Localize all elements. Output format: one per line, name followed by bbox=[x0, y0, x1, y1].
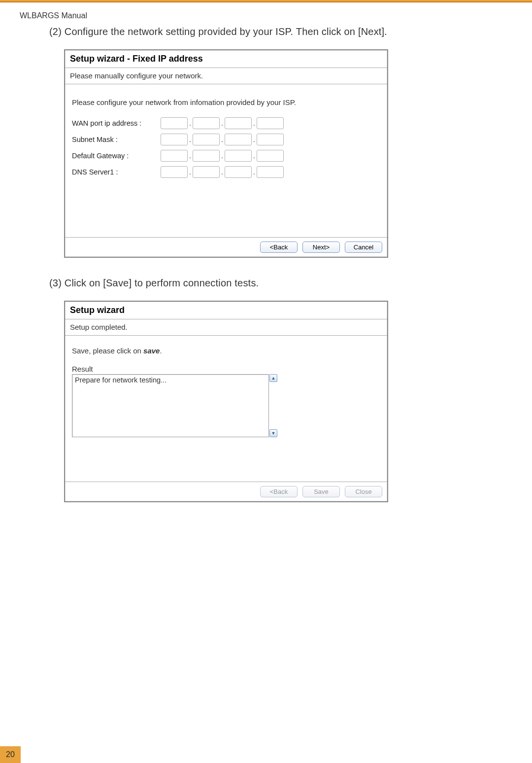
dns1-octet-4[interactable] bbox=[257, 166, 284, 178]
page-number: 20 bbox=[6, 750, 15, 759]
gateway-octet-1[interactable] bbox=[161, 150, 188, 162]
dot-icon: . bbox=[220, 168, 225, 176]
gateway-octet-3[interactable] bbox=[225, 150, 252, 162]
wan-ip-input-group: . . . bbox=[161, 117, 284, 129]
back-button-disabled: <Back bbox=[260, 486, 298, 497]
wan-ip-octet-1[interactable] bbox=[161, 117, 188, 129]
wizard1-title: Setup wizard - Fixed IP address bbox=[65, 50, 387, 68]
wizard-fixed-ip: Setup wizard - Fixed IP address Please m… bbox=[64, 49, 388, 258]
dot-icon: . bbox=[220, 152, 225, 160]
result-area: Prepare for network testing... ▲ ▼ bbox=[72, 374, 279, 437]
save-bold-word: save bbox=[143, 347, 160, 355]
save-prefix: Save, please click on bbox=[72, 347, 143, 355]
result-scrollbar: ▲ ▼ bbox=[269, 374, 278, 437]
wizard1-prompt: Please configure your network from infom… bbox=[72, 98, 380, 106]
step-3-text: (3) Click on [Save] to perform connectio… bbox=[49, 277, 502, 289]
default-gateway-label: Default Gateway : bbox=[72, 152, 161, 160]
wizard1-body: Please configure your network from infom… bbox=[65, 84, 387, 237]
cancel-button[interactable]: Cancel bbox=[345, 242, 382, 253]
wizard1-subtitle: Please manually configure your network. bbox=[65, 68, 387, 84]
dns1-octet-1[interactable] bbox=[161, 166, 188, 178]
dot-icon: . bbox=[188, 152, 193, 160]
wan-ip-octet-3[interactable] bbox=[225, 117, 252, 129]
subnet-octet-4[interactable] bbox=[257, 134, 284, 145]
manual-title: WLBARGS Manual bbox=[20, 11, 87, 20]
page-content: (2) Configure the network setting provid… bbox=[0, 20, 532, 502]
dns1-octet-3[interactable] bbox=[225, 166, 252, 178]
result-text: Prepare for network testing... bbox=[75, 376, 166, 384]
save-instruction: Save, please click on save. bbox=[72, 347, 380, 355]
dot-icon: . bbox=[188, 119, 193, 127]
save-button-disabled: Save bbox=[302, 486, 340, 497]
subnet-octet-1[interactable] bbox=[161, 134, 188, 145]
gateway-octet-4[interactable] bbox=[257, 150, 284, 162]
dot-icon: . bbox=[188, 136, 193, 143]
wan-ip-octet-2[interactable] bbox=[193, 117, 220, 129]
gateway-octet-2[interactable] bbox=[193, 150, 220, 162]
dot-icon: . bbox=[220, 136, 225, 143]
result-label: Result bbox=[72, 365, 380, 373]
step-2-text: (2) Configure the network setting provid… bbox=[49, 26, 502, 37]
dot-icon: . bbox=[252, 168, 257, 176]
scroll-up-icon[interactable]: ▲ bbox=[269, 374, 277, 382]
wizard2-body: Save, please click on save. Result Prepa… bbox=[65, 336, 387, 482]
dot-icon: . bbox=[188, 168, 193, 176]
save-suffix: . bbox=[160, 347, 162, 355]
subnet-mask-row: Subnet Mask : . . . bbox=[72, 134, 380, 145]
wizard2-title: Setup wizard bbox=[65, 302, 387, 319]
wan-ip-octet-4[interactable] bbox=[257, 117, 284, 129]
gateway-input-group: . . . bbox=[161, 150, 284, 162]
close-button-disabled: Close bbox=[345, 486, 382, 497]
dns-server1-row: DNS Server1 : . . . bbox=[72, 166, 380, 178]
page-header: WLBARGS Manual bbox=[0, 2, 532, 20]
dot-icon: . bbox=[252, 136, 257, 143]
page-footer: 20 bbox=[0, 746, 21, 763]
subnet-mask-label: Subnet Mask : bbox=[72, 136, 161, 143]
next-button[interactable]: Next> bbox=[302, 242, 340, 253]
subnet-mask-input-group: . . . bbox=[161, 134, 284, 145]
dot-icon: . bbox=[252, 152, 257, 160]
result-textbox: Prepare for network testing... bbox=[72, 374, 269, 437]
wizard-completed: Setup wizard Setup completed. Save, plea… bbox=[64, 301, 388, 502]
wizard2-button-bar: <Back Save Close bbox=[65, 482, 387, 501]
wan-ip-label: WAN port ip address : bbox=[72, 119, 161, 127]
dot-icon: . bbox=[252, 119, 257, 127]
wizard2-subtitle: Setup completed. bbox=[65, 319, 387, 336]
default-gateway-row: Default Gateway : . . . bbox=[72, 150, 380, 162]
dot-icon: . bbox=[220, 119, 225, 127]
dns1-octet-2[interactable] bbox=[193, 166, 220, 178]
dns-server1-label: DNS Server1 : bbox=[72, 168, 161, 176]
scroll-down-icon[interactable]: ▼ bbox=[269, 429, 277, 437]
subnet-octet-2[interactable] bbox=[193, 134, 220, 145]
dns1-input-group: . . . bbox=[161, 166, 284, 178]
wan-ip-row: WAN port ip address : . . . bbox=[72, 117, 380, 129]
back-button[interactable]: <Back bbox=[260, 242, 298, 253]
subnet-octet-3[interactable] bbox=[225, 134, 252, 145]
wizard1-button-bar: <Back Next> Cancel bbox=[65, 237, 387, 257]
